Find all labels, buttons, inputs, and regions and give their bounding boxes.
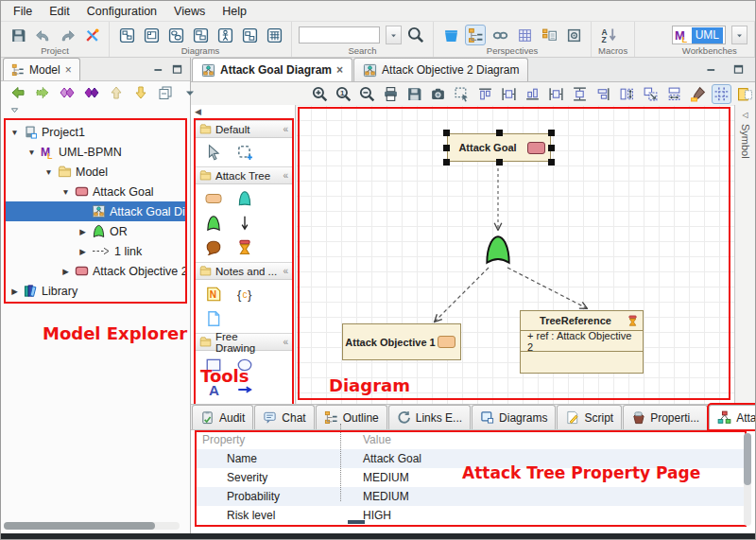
selection-handle[interactable] — [443, 159, 450, 165]
spread-horizontal-button[interactable] — [570, 84, 590, 104]
table-row-probability[interactable]: ProbabilityMEDIUM — [195, 487, 747, 506]
attack-node-tool[interactable] — [198, 186, 229, 211]
new-matrix-button[interactable] — [264, 25, 284, 45]
new-diagram-button[interactable] — [239, 25, 260, 45]
scrollbar-thumb[interactable] — [744, 433, 751, 485]
collapse-arrow-icon[interactable]: ▼ — [43, 167, 54, 177]
bottom-tab-outline[interactable]: Outline — [316, 405, 387, 429]
move-up-button[interactable] — [108, 82, 125, 103]
vertical-scrollbar[interactable] — [744, 433, 751, 526]
align-bottom-button[interactable] — [523, 84, 542, 104]
back-button[interactable] — [9, 82, 26, 103]
tab-model[interactable]: Model × — [3, 58, 80, 80]
menu-help[interactable]: Help — [214, 3, 255, 20]
diagram-node-tree-reference[interactable]: TreeReference + ref : Attack Objective 2 — [520, 310, 644, 374]
align-top-button[interactable] — [475, 84, 495, 104]
horizontal-scrollbar[interactable] — [4, 522, 180, 530]
select-cursor[interactable] — [198, 140, 229, 165]
tree-item-library[interactable]: ▶Library — [6, 281, 185, 301]
state-diagram-button[interactable] — [165, 25, 186, 45]
tree-item-attack-objective-2[interactable]: ▶Attack Objective 2 — [6, 261, 185, 281]
package-diagram-button[interactable] — [116, 25, 137, 45]
workbench-dropdown[interactable] — [731, 26, 747, 44]
save-image-button[interactable] — [404, 84, 424, 104]
move-down-button[interactable] — [132, 82, 149, 103]
tree-item-attack-goal[interactable]: ▼Attack Goal — [6, 182, 185, 201]
link-tool[interactable] — [229, 211, 260, 235]
redo-button[interactable] — [57, 25, 77, 45]
column-header-property[interactable]: Property — [195, 433, 342, 446]
detail-perspective-button[interactable] — [539, 25, 559, 45]
use-case-diagram-button[interactable] — [215, 25, 235, 45]
bottom-tab-links-e-[interactable]: Links E... — [388, 405, 471, 429]
palette-section-default[interactable]: Default« — [196, 120, 292, 138]
class-diagram-button[interactable] — [190, 25, 211, 45]
selection-handle[interactable] — [443, 130, 450, 136]
selection-handle[interactable] — [548, 130, 555, 136]
selection-handle[interactable] — [548, 145, 555, 151]
page-setup-button[interactable] — [735, 84, 755, 104]
save-button[interactable] — [8, 25, 28, 45]
section-collapse-icon[interactable]: « — [283, 337, 288, 347]
menu-views[interactable]: Views — [165, 3, 214, 20]
bottom-tab-script[interactable]: Script — [557, 405, 622, 429]
or-gate-tool[interactable] — [198, 211, 229, 235]
zoom-original-button[interactable]: 1 — [334, 84, 353, 104]
property-value-cell[interactable]: Attack Goal — [342, 452, 421, 465]
note-tool[interactable]: N — [198, 282, 229, 306]
selection-handle[interactable] — [496, 130, 503, 136]
minimize-button[interactable] — [700, 60, 721, 80]
expand-arrow-icon[interactable]: ▶ — [77, 247, 88, 256]
minimize-icon[interactable] — [152, 63, 164, 76]
select-zone-button[interactable] — [452, 84, 472, 104]
palette-section-attack-tree[interactable]: Attack Tree« — [196, 166, 292, 184]
undo-button[interactable] — [32, 25, 53, 45]
marquee-select[interactable] — [229, 140, 260, 165]
symbol-expand-icon[interactable]: ◁ — [742, 111, 747, 119]
workspace-button[interactable] — [440, 25, 461, 45]
links-perspective-button[interactable] — [490, 25, 510, 45]
palette-section-free-drawing[interactable]: Free Drawing« — [196, 333, 292, 351]
safe-perspective-button[interactable] — [563, 25, 584, 45]
format-painter-button[interactable] — [688, 84, 708, 104]
snap-grid-button[interactable] — [712, 84, 731, 104]
bottom-tab-diagrams[interactable]: Diagrams — [472, 405, 556, 429]
maximize-button[interactable] — [728, 60, 748, 80]
search-history-dropdown[interactable] — [386, 26, 402, 44]
expand-arrow-icon[interactable]: ▶ — [77, 227, 88, 236]
bottom-tab-chat[interactable]: Chat — [254, 405, 314, 429]
menu-file[interactable]: File — [5, 3, 41, 20]
copy-view-button[interactable] — [157, 82, 174, 103]
center-vertical-button[interactable] — [593, 84, 613, 104]
same-height-button[interactable] — [617, 84, 637, 104]
property-value-cell[interactable]: MEDIUM — [342, 490, 409, 503]
maximize-icon[interactable] — [171, 63, 183, 76]
constraint-tool[interactable]: {c} — [229, 282, 260, 306]
screenshot-button[interactable] — [428, 84, 448, 104]
zoom-out-button[interactable] — [357, 84, 377, 104]
tree-item-uml-bpmn[interactable]: ▼MLUML-BPMN — [6, 142, 185, 162]
menu-edit[interactable]: Edit — [41, 3, 78, 20]
diagram-node-attack-goal[interactable]: Attack Goal — [447, 133, 551, 162]
document-tool[interactable] — [198, 306, 229, 331]
scroll-indicator[interactable] — [348, 520, 365, 524]
section-collapse-icon[interactable]: « — [283, 124, 288, 134]
view-menu-button[interactable] — [181, 82, 198, 103]
section-collapse-icon[interactable]: « — [283, 170, 288, 181]
and-gate-tool[interactable] — [229, 186, 260, 211]
diagram-node-or-gate[interactable] — [482, 234, 514, 266]
frame-diagram-button[interactable] — [141, 25, 162, 45]
search-input[interactable] — [299, 26, 380, 44]
symbol-tab[interactable]: Symbol — [740, 124, 751, 159]
section-collapse-icon[interactable]: « — [283, 266, 288, 276]
selection-handle[interactable] — [548, 159, 555, 165]
palette-collapse[interactable]: ◀ — [191, 105, 295, 118]
diagram-node-attack-objective-1[interactable]: Attack Objective 1 — [342, 323, 461, 360]
filter-dropdown-icon[interactable] — [9, 105, 20, 115]
collapse-arrow-icon[interactable]: ▼ — [26, 148, 37, 157]
sort-az-button[interactable]: AZ — [598, 25, 619, 45]
diagram-canvas[interactable]: Attack Goal — [296, 105, 734, 404]
tree-item-attack-goal-diagram[interactable]: Attack Goal Diagram — [6, 201, 185, 221]
grid-perspective-button[interactable] — [514, 25, 535, 45]
expand-arrow-icon[interactable]: ▶ — [9, 287, 20, 296]
